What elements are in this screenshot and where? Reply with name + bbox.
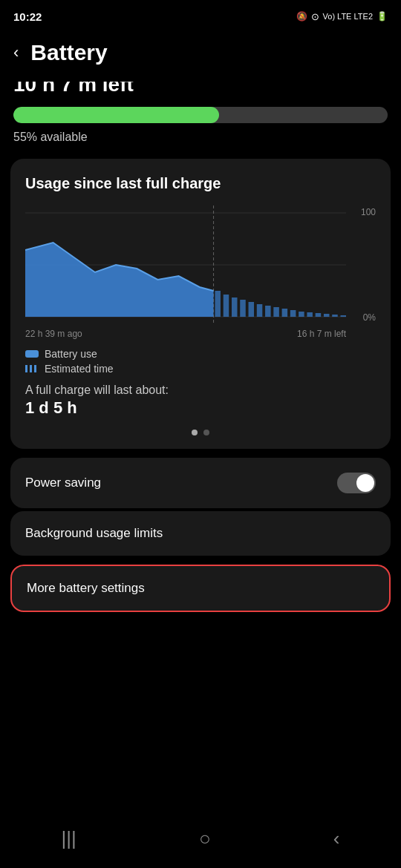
legend-estimated-time: Estimated time bbox=[25, 363, 376, 375]
legend-dot-battery bbox=[25, 350, 39, 358]
legend-estimated-label: Estimated time bbox=[45, 363, 114, 375]
bottom-nav: ||| ○ ‹ bbox=[0, 816, 401, 868]
status-time: 10:22 bbox=[13, 10, 42, 23]
home-button[interactable]: ○ bbox=[199, 827, 211, 850]
page-title: Battery bbox=[30, 40, 107, 65]
battery-bar-track bbox=[13, 107, 388, 123]
svg-rect-17 bbox=[316, 313, 322, 317]
dot-2 bbox=[203, 430, 209, 435]
svg-rect-20 bbox=[340, 315, 346, 317]
power-saving-toggle[interactable] bbox=[337, 473, 376, 493]
chart-area bbox=[25, 206, 346, 324]
svg-rect-12 bbox=[273, 307, 279, 317]
legend-stripe-estimated bbox=[25, 365, 39, 372]
svg-rect-7 bbox=[232, 297, 238, 317]
legend-battery-use: Battery use bbox=[25, 348, 376, 360]
background-usage-label: Background usage limits bbox=[25, 526, 163, 541]
usage-title: Usage since last full charge bbox=[25, 175, 376, 192]
chart-y-min: 0% bbox=[349, 312, 376, 323]
svg-rect-13 bbox=[282, 309, 288, 317]
toggle-knob bbox=[356, 474, 374, 492]
header: ‹ Battery bbox=[0, 30, 401, 73]
background-usage-section: Background usage limits bbox=[10, 511, 391, 556]
chart-x-left: 22 h 39 m ago bbox=[25, 329, 82, 339]
status-icons: 🔕 ⊙ Vo) LTE LTE2 🔋 bbox=[296, 11, 388, 22]
more-settings-label: More battery settings bbox=[27, 581, 145, 596]
chart-svg bbox=[25, 206, 346, 324]
mute-icon: 🔕 bbox=[296, 11, 307, 22]
power-saving-label: Power saving bbox=[25, 476, 101, 490]
time-remaining: 10 h 7 m left bbox=[0, 73, 401, 101]
full-charge-value: 1 d 5 h bbox=[25, 398, 376, 418]
power-saving-row[interactable]: Power saving bbox=[10, 458, 391, 508]
svg-rect-14 bbox=[290, 310, 296, 317]
dot-1 bbox=[192, 430, 198, 435]
svg-rect-10 bbox=[257, 304, 263, 317]
legend-battery-label: Battery use bbox=[45, 348, 97, 360]
pagination-dots bbox=[25, 430, 376, 435]
chart-x-labels: 22 h 39 m ago 16 h 7 m left bbox=[25, 329, 376, 339]
svg-rect-18 bbox=[324, 314, 330, 317]
battery-percent: 55% available bbox=[0, 126, 401, 151]
svg-rect-9 bbox=[249, 302, 255, 317]
chart-x-right: 16 h 7 m left bbox=[297, 329, 346, 339]
back-nav-button[interactable]: ‹ bbox=[333, 827, 340, 850]
power-saving-section: Power saving bbox=[10, 458, 391, 508]
battery-chart: 100 0% bbox=[25, 206, 376, 324]
back-button[interactable]: ‹ bbox=[7, 40, 25, 65]
chart-y-labels: 100 0% bbox=[349, 206, 376, 324]
recent-apps-button[interactable]: ||| bbox=[62, 827, 76, 850]
wifi-icon: ⊙ bbox=[311, 11, 319, 22]
battery-bar-container bbox=[0, 101, 401, 126]
svg-rect-11 bbox=[265, 306, 271, 317]
full-charge-label: A full charge will last about: bbox=[25, 384, 376, 397]
more-settings-row[interactable]: More battery settings bbox=[12, 566, 389, 611]
svg-rect-15 bbox=[299, 312, 304, 317]
svg-rect-6 bbox=[224, 295, 229, 317]
battery-bar-fill bbox=[13, 107, 219, 123]
battery-icon: 🔋 bbox=[376, 11, 388, 22]
svg-rect-8 bbox=[240, 300, 246, 317]
chart-y-max: 100 bbox=[349, 207, 376, 217]
signal-icon: Vo) LTE LTE2 bbox=[323, 12, 373, 21]
svg-rect-16 bbox=[307, 312, 313, 317]
svg-rect-19 bbox=[332, 315, 338, 317]
background-usage-row[interactable]: Background usage limits bbox=[10, 511, 391, 556]
svg-rect-5 bbox=[215, 291, 221, 317]
usage-card: Usage since last full charge bbox=[10, 159, 391, 449]
chart-legend: Battery use Estimated time bbox=[25, 348, 376, 375]
more-settings-section: More battery settings bbox=[10, 565, 391, 612]
status-bar: 10:22 🔕 ⊙ Vo) LTE LTE2 🔋 bbox=[0, 0, 401, 30]
